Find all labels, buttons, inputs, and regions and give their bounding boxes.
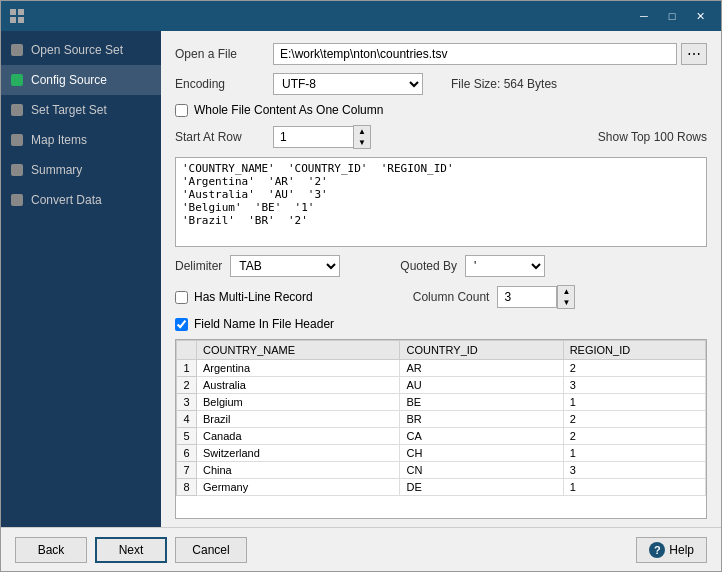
table-row: 5 Canada CA 2 [177,428,706,445]
sidebar-label-config-source: Config Source [31,73,107,87]
browse-button[interactable]: ⋯ [681,43,707,65]
file-path-input[interactable] [273,43,677,65]
quoted-by-select[interactable]: ' " [465,255,545,277]
bottom-right-buttons: ? Help [636,537,707,563]
bottom-bar: Back Next Cancel ? Help [1,527,721,571]
field-name-checkbox-row: Field Name In File Header [175,317,707,331]
sidebar-item-summary[interactable]: Summary [1,155,161,185]
col-count-up[interactable]: ▲ [558,286,574,297]
cell-rownum: 5 [177,428,197,445]
cell-region-id: 3 [563,462,705,479]
preview-content: 'COUNTRY_NAME' 'COUNTRY_ID' 'REGION_ID' … [182,162,700,227]
start-row-down[interactable]: ▼ [354,137,370,148]
cell-region-id: 1 [563,479,705,496]
cell-rownum: 7 [177,462,197,479]
start-row-spinner: ▲ ▼ [353,125,371,149]
cell-country-name: Australia [197,377,400,394]
data-table-wrap[interactable]: COUNTRY_NAME COUNTRY_ID REGION_ID 1 Arge… [175,339,707,519]
preview-box[interactable]: 'COUNTRY_NAME' 'COUNTRY_ID' 'REGION_ID' … [175,157,707,247]
cell-country-id: CN [400,462,563,479]
col-count-label: Column Count [413,290,490,304]
cell-rownum: 2 [177,377,197,394]
sidebar-indicator-summary [11,164,23,176]
start-row-up[interactable]: ▲ [354,126,370,137]
cell-country-id: AR [400,360,563,377]
content-area: Open Source Set Config Source Set Target… [1,31,721,527]
table-row: 3 Belgium BE 1 [177,394,706,411]
multiline-label: Has Multi-Line Record [194,290,313,304]
sidebar-label-convert-data: Convert Data [31,193,102,207]
cell-country-name: Brazil [197,411,400,428]
table-row: 6 Switzerland CH 1 [177,445,706,462]
col-count-down[interactable]: ▼ [558,297,574,308]
start-row-label: Start At Row [175,130,265,144]
encoding-select[interactable]: UTF-8 [273,73,423,95]
start-row-container: Start At Row ▲ ▼ Show Top 100 Rows [175,125,707,149]
col-count-wrap: ▲ ▼ [497,285,575,309]
next-button[interactable]: Next [95,537,167,563]
sidebar-item-set-target-set[interactable]: Set Target Set [1,95,161,125]
col-count-spinner: ▲ ▼ [557,285,575,309]
svg-rect-3 [18,17,24,23]
field-name-label: Field Name In File Header [194,317,334,331]
data-table: COUNTRY_NAME COUNTRY_ID REGION_ID 1 Arge… [176,340,706,496]
show-rows-label: Show Top 100 Rows [598,130,707,144]
sidebar-item-config-source[interactable]: Config Source [1,65,161,95]
sidebar-item-open-source-set[interactable]: Open Source Set [1,35,161,65]
table-row: 4 Brazil BR 2 [177,411,706,428]
quoted-by-label: Quoted By [400,259,457,273]
start-row-input-wrap: ▲ ▼ [273,125,371,149]
cell-country-id: CH [400,445,563,462]
table-body: 1 Argentina AR 2 2 Australia AU 3 3 Belg… [177,360,706,496]
help-button[interactable]: ? Help [636,537,707,563]
browse-icon: ⋯ [687,46,701,62]
back-button[interactable]: Back [15,537,87,563]
cell-country-name: Canada [197,428,400,445]
sidebar-indicator-map-items [11,134,23,146]
cancel-button[interactable]: Cancel [175,537,247,563]
cell-country-id: BE [400,394,563,411]
cell-country-name: Belgium [197,394,400,411]
delimiter-select[interactable]: TAB COMMA SEMICOLON [230,255,340,277]
delimiter-quoted-row: Delimiter TAB COMMA SEMICOLON Quoted By … [175,255,707,277]
table-row: 1 Argentina AR 2 [177,360,706,377]
table-row: 7 China CN 3 [177,462,706,479]
maximize-button[interactable]: □ [659,6,685,26]
encoding-label: Encoding [175,77,265,91]
cell-region-id: 1 [563,394,705,411]
cell-country-name: Switzerland [197,445,400,462]
table-row: 2 Australia AU 3 [177,377,706,394]
sidebar-indicator-open-source-set [11,44,23,56]
start-row-input[interactable] [273,126,353,148]
cell-rownum: 4 [177,411,197,428]
app-icon [9,8,25,24]
cell-country-id: CA [400,428,563,445]
encoding-row: Encoding UTF-8 File Size: 564 Bytes [175,73,707,95]
title-bar-controls: ─ □ ✕ [631,6,713,26]
sidebar-item-map-items[interactable]: Map Items [1,125,161,155]
sidebar-item-convert-data[interactable]: Convert Data [1,185,161,215]
title-bar-left [9,8,25,24]
start-row-left: Start At Row ▲ ▼ [175,125,371,149]
cell-country-name: Germany [197,479,400,496]
bottom-left-buttons: Back Next Cancel [15,537,247,563]
sidebar-indicator-config-source [11,74,23,86]
col-count-input[interactable] [497,286,557,308]
cell-region-id: 2 [563,411,705,428]
file-size-label: File Size: 564 Bytes [451,77,557,91]
close-button[interactable]: ✕ [687,6,713,26]
multiline-checkbox-row: Has Multi-Line Record [175,290,313,304]
multiline-checkbox[interactable] [175,291,188,304]
table-row: 8 Germany DE 1 [177,479,706,496]
quoted-by-section: Quoted By ' " [400,255,707,277]
table-header-country-name: COUNTRY_NAME [197,341,400,360]
cell-country-id: BR [400,411,563,428]
whole-file-checkbox[interactable] [175,104,188,117]
minimize-button[interactable]: ─ [631,6,657,26]
field-name-checkbox[interactable] [175,318,188,331]
cell-rownum: 3 [177,394,197,411]
svg-rect-0 [10,9,16,15]
sidebar-label-open-source-set: Open Source Set [31,43,123,57]
cell-country-name: Argentina [197,360,400,377]
sidebar-indicator-set-target-set [11,104,23,116]
